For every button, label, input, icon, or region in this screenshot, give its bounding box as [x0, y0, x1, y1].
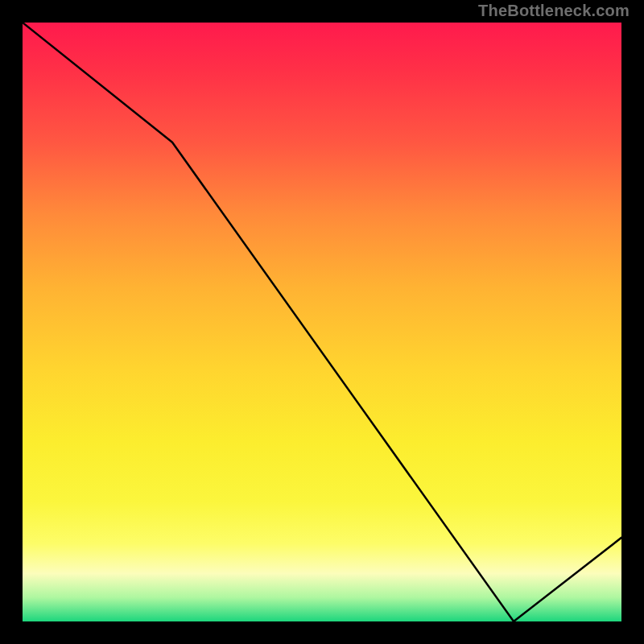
- source-credit: TheBottleneck.com: [478, 2, 630, 20]
- chart-frame: TheBottleneck.com: [0, 0, 644, 644]
- bottleneck-curve: [23, 23, 621, 621]
- line-plot-svg: [23, 23, 621, 621]
- plot-area: [20, 20, 624, 624]
